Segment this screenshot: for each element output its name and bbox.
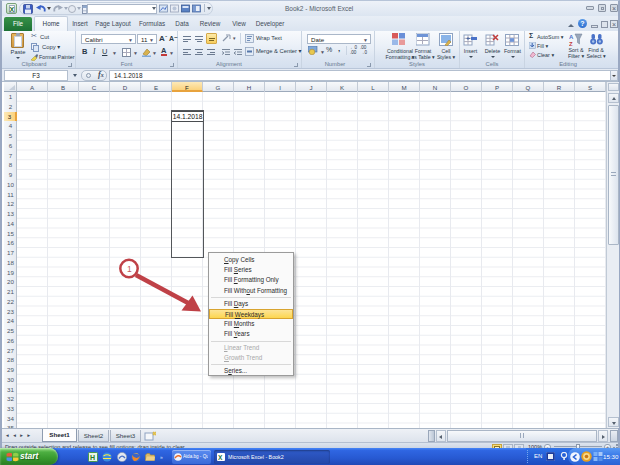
svg-text:A: A bbox=[569, 34, 574, 40]
svg-text:Z: Z bbox=[569, 41, 573, 46]
svg-text:1: 1 bbox=[127, 264, 132, 274]
svg-text:H: H bbox=[90, 454, 95, 461]
